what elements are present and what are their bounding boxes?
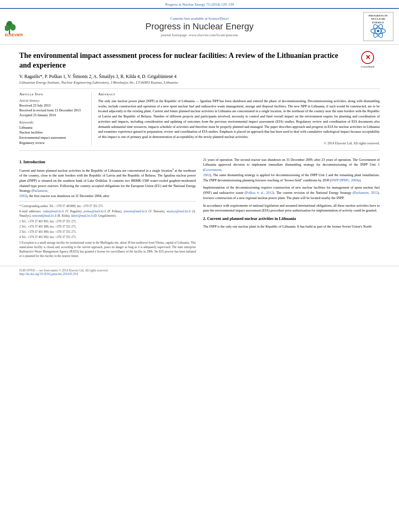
intro-para3: Implementation of the decommissioning re…: [203, 185, 380, 200]
sciencedirect-link: Contents lists available at ScienceDirec…: [41, 16, 358, 21]
journal-reference-text: Progress in Nuclear Energy 73 (2014) 129…: [165, 2, 234, 6]
copyright-notice: © 2014 Elsevier Ltd. All rights reserved…: [98, 141, 380, 145]
journal-header-center: Contents lists available at ScienceDirec…: [41, 16, 358, 37]
svg-point-8: [377, 30, 379, 32]
footnote-emails: E-mail addresses: vadas@mail.lei.lt (V. …: [19, 209, 196, 218]
sciencedirect-text: ScienceDirect: [208, 16, 228, 21]
bottom-bar: 0149-1970/$ — see front matter © 2014 El…: [0, 266, 399, 278]
affiliation: Lithuanian Energy Institute, Nuclear Eng…: [19, 80, 380, 84]
journal-title: Progress in Nuclear Energy: [41, 21, 358, 32]
keyword-regulatory: Regulatory review: [19, 140, 86, 146]
svg-point-2: [10, 24, 16, 31]
crossmark-badge: ✕ CrossMark: [356, 51, 380, 69]
body-col-right: 21 years of operation. The second reacto…: [203, 157, 380, 259]
info-abstract-section: Article Info Article history: Received 2…: [19, 88, 380, 146]
section2-heading: 2. Current and planned nuclear activitie…: [203, 216, 380, 222]
intro-para2: 21 years of operation. The second reacto…: [203, 157, 380, 183]
journal-reference: Progress in Nuclear Energy 73 (2014) 129…: [0, 0, 399, 8]
abstract-section: Abstract The only one nuclear power plan…: [98, 92, 380, 146]
intro-para4: In accordance with requirements of natio…: [203, 203, 380, 214]
article-info-title: Article Info: [19, 92, 86, 96]
footnote-3: 3 Tel.: +370 37 401 890; fax: +370 37 35…: [19, 230, 196, 234]
journal-homepage: journal homepage: www.elsevier.com/locat…: [41, 33, 358, 37]
nuclear-logo-box: PROGRESS IN NUCLEAR ENERGY: [363, 12, 393, 41]
keyword-lithuania: Lithuania: [19, 125, 86, 130]
authors: V. Ragaišis*, P. Poškas 1, V. Šimonis 2,…: [19, 74, 380, 79]
section-divider: [19, 150, 380, 151]
abstract-title: Abstract: [98, 92, 380, 96]
section2-para1: The INPP is the only one nuclear plant i…: [203, 224, 380, 229]
footnote-5: 5 Exception is a small storage facility …: [19, 240, 196, 259]
article-info-panel: Article Info Article history: Received 2…: [19, 92, 92, 146]
body-columns: 1. Introduction Current and future plann…: [19, 154, 380, 259]
abstract-text: The only one nuclear power plant (NPP) i…: [98, 99, 380, 140]
journal-header: ELSEVIER Contents lists available at Sci…: [0, 8, 399, 45]
section1-heading: 1. Introduction: [19, 159, 196, 165]
body-col-left: 1. Introduction Current and future plann…: [19, 157, 196, 259]
journal-logo-right: PROGRESS IN NUCLEAR ENERGY: [362, 12, 394, 41]
keywords-label: Keywords:: [19, 120, 86, 124]
keyword-nuclear: Nuclear facilities: [19, 130, 86, 135]
keyword-eia: Environmental impact assessment: [19, 135, 86, 140]
received-date: Received 23 July 2013 Received in revise…: [19, 103, 86, 118]
keywords-list: Lithuania Nuclear facilities Environment…: [19, 125, 86, 146]
crossmark-icon: ✕: [361, 51, 374, 64]
footnote-1: 1 Tel.: +370 37 401 891; fax: +370 37 35…: [19, 219, 196, 224]
footnotes-section: * Corresponding author. Tel.: +370 37 40…: [19, 201, 196, 259]
footnote-corresponding: * Corresponding author. Tel.: +370 37 40…: [19, 204, 196, 208]
footnote-2: 2 Tel.: +370 37 401 888; fax: +370 37 35…: [19, 224, 196, 229]
footnote-4: 4 Tel.: +370 37 401 992; fax: +370 37 35…: [19, 235, 196, 239]
elsevier-logo: ELSEVIER: [5, 15, 37, 38]
article-history-label: Article history:: [19, 99, 86, 103]
doi-link[interactable]: http://dx.doi.org/10.1016/j.pnucene.2014…: [19, 272, 78, 276]
svg-text:ELSEVIER: ELSEVIER: [5, 33, 23, 37]
issn-notice: 0149-1970/$ — see front matter © 2014 El…: [19, 269, 380, 272]
intro-para1: Current and future planned nuclear activ…: [19, 167, 196, 199]
article-content: The environmental impact assessment proc…: [0, 45, 399, 266]
article-title: The environmental impact assessment proc…: [19, 51, 380, 70]
